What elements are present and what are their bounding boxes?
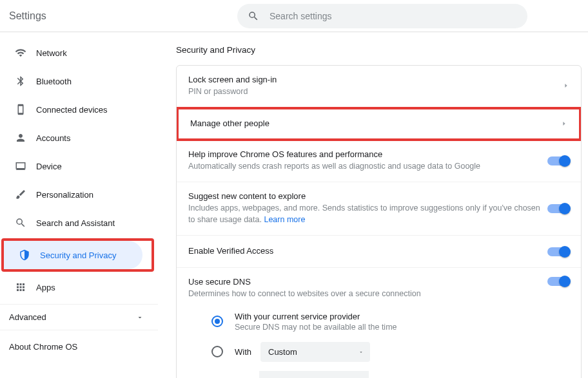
sidebar-highlight: Security and Privacy	[1, 238, 154, 272]
row-verified-access: Enable Verified Access	[177, 236, 581, 268]
radio-icon[interactable]	[211, 346, 223, 357]
sidebar-item-device[interactable]: Device	[0, 152, 149, 180]
dns-custom-input[interactable]	[259, 371, 369, 378]
search-icon	[248, 10, 259, 22]
header: Settings	[0, 0, 588, 32]
bluetooth-icon	[14, 75, 27, 87]
about-chrome-os[interactable]: About Chrome OS	[0, 330, 158, 363]
toggle-secure-dns[interactable]	[547, 277, 569, 286]
search-box[interactable]	[237, 4, 527, 28]
sidebar-item-label: Personalization	[36, 190, 93, 200]
learn-more-link[interactable]: Learn more	[264, 215, 305, 224]
row-sub: PIN or password	[188, 86, 563, 98]
apps-icon	[14, 281, 27, 293]
row-suggest-content: Suggest new content to explore Includes …	[177, 182, 581, 236]
sidebar-item-label: Security and Privacy	[40, 250, 117, 260]
sidebar-item-label: Bluetooth	[36, 77, 72, 86]
sidebar-item-apps[interactable]: Apps	[0, 273, 149, 301]
toggle-verified-access[interactable]	[547, 247, 569, 256]
row-sub: Determines how to connect to websites ov…	[188, 288, 547, 300]
select-value: Custom	[268, 347, 297, 357]
search-icon	[14, 217, 27, 229]
row-help-improve: Help improve Chrome OS features and perf…	[177, 140, 581, 182]
sidebar-item-label: Apps	[36, 283, 55, 292]
row-sub: Automatically sends crash reports as wel…	[188, 160, 547, 173]
sidebar: Network Bluetooth Connected devices Acco…	[0, 32, 158, 378]
dns-provider-select[interactable]: Custom	[260, 342, 370, 362]
sidebar-item-label: Connected devices	[36, 105, 108, 115]
chevron-right-icon	[561, 119, 567, 129]
person-icon	[14, 132, 27, 144]
row-title: Manage other people	[190, 118, 561, 128]
sidebar-item-label: Device	[36, 162, 62, 171]
sidebar-item-search-assistant[interactable]: Search and Assistant	[0, 209, 149, 237]
radio-icon[interactable]	[211, 316, 223, 327]
dns-option-custom[interactable]: With Custom	[188, 337, 569, 367]
toggle-suggest-content[interactable]	[547, 204, 569, 213]
sidebar-item-bluetooth[interactable]: Bluetooth	[0, 67, 149, 95]
search-input[interactable]	[268, 10, 517, 22]
sidebar-item-connected-devices[interactable]: Connected devices	[0, 95, 149, 124]
chevron-down-icon	[136, 314, 144, 321]
toggle-help-improve[interactable]	[547, 156, 569, 165]
row-title: Help improve Chrome OS features and perf…	[188, 149, 547, 159]
row-title: Use secure DNS	[188, 277, 547, 287]
row-lock-screen[interactable]: Lock screen and sign-in PIN or password	[177, 66, 581, 108]
row-title: Lock screen and sign-in	[188, 75, 563, 84]
row-sub: Includes apps, webpages, and more. Sends…	[188, 202, 547, 227]
radio-sub: Secure DNS may not be available all the …	[235, 323, 397, 332]
sidebar-item-network[interactable]: Network	[0, 39, 149, 67]
main-content: Security and Privacy Lock screen and sig…	[158, 32, 588, 378]
shield-icon	[18, 249, 31, 261]
sidebar-item-accounts[interactable]: Accounts	[0, 124, 149, 152]
sidebar-item-security-privacy[interactable]: Security and Privacy	[4, 241, 142, 269]
sidebar-item-label: Accounts	[36, 133, 70, 143]
radio-label: With your current service provider	[235, 312, 397, 321]
advanced-toggle[interactable]: Advanced	[0, 304, 158, 330]
row-manage-other-people[interactable]: Manage other people	[176, 107, 582, 141]
dns-option-current-provider[interactable]: With your current service provider Secur…	[188, 307, 569, 337]
row-title: Enable Verified Access	[188, 246, 547, 256]
advanced-label: Advanced	[9, 312, 46, 322]
laptop-icon	[14, 160, 27, 172]
settings-card: Lock screen and sign-in PIN or password …	[176, 65, 582, 378]
sidebar-item-label: Search and Assistant	[36, 218, 115, 228]
page-title: Settings	[9, 10, 46, 22]
chevron-right-icon	[563, 81, 569, 91]
sidebar-item-personalization[interactable]: Personalization	[0, 180, 149, 209]
radio-label: With	[235, 347, 251, 357]
brush-icon	[14, 189, 27, 200]
row-secure-dns: Use secure DNS Determines how to connect…	[177, 268, 581, 378]
wifi-icon	[14, 47, 27, 59]
sidebar-item-label: Network	[36, 48, 67, 58]
about-label: About Chrome OS	[9, 342, 77, 352]
chevron-down-icon	[358, 347, 364, 357]
phone-icon	[14, 104, 27, 115]
row-title: Suggest new content to explore	[188, 191, 547, 201]
section-title: Security and Privacy	[176, 45, 582, 55]
